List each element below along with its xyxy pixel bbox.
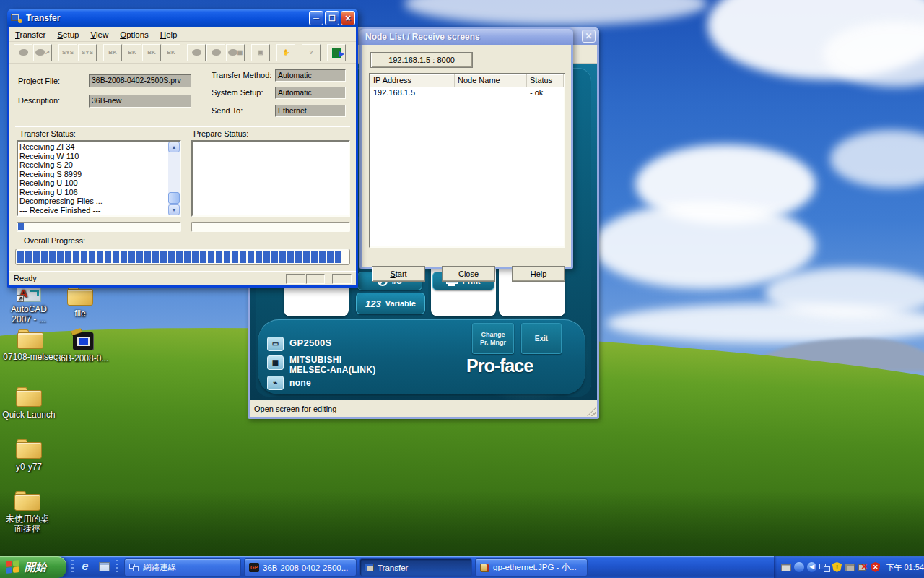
toolbar-grip[interactable] bbox=[71, 560, 74, 574]
maximize-button[interactable]: ☐ bbox=[325, 11, 339, 25]
scroll-thumb[interactable] bbox=[168, 192, 180, 204]
folder-icon bbox=[14, 491, 40, 512]
cloud bbox=[404, 0, 707, 25]
network-status-icon[interactable] bbox=[819, 564, 829, 572]
cell-status: - ok bbox=[527, 87, 564, 98]
desktop-icon-36b-project[interactable]: 36B-2008-0... bbox=[51, 329, 113, 363]
desktop-icon-label: y0-y77 bbox=[0, 462, 60, 472]
display-tray-icon[interactable] bbox=[845, 564, 855, 571]
extra-value: none bbox=[289, 378, 311, 388]
taskbar-button-transfer[interactable]: Transfer bbox=[359, 558, 472, 577]
windows-flag-icon bbox=[6, 560, 20, 574]
close-button[interactable]: Close bbox=[442, 266, 495, 282]
status-line: Decompressing Files ... bbox=[19, 197, 167, 206]
stop-icon[interactable]: ✋ bbox=[276, 44, 295, 61]
card-transfer-icon[interactable]: ▦ bbox=[226, 44, 245, 61]
help-button[interactable]: Help bbox=[512, 266, 565, 282]
close-button[interactable]: ✕ bbox=[341, 11, 355, 25]
backup-send-icon[interactable]: BK bbox=[123, 44, 141, 61]
status-line: Receiving ZI 34 bbox=[19, 142, 167, 152]
desktop-icon-label: 未使用的桌 面捷徑 bbox=[0, 514, 58, 534]
statusbar-pane bbox=[332, 274, 352, 284]
variable-button[interactable]: 123 Variable bbox=[356, 293, 425, 314]
security-warning-icon[interactable]: ! bbox=[832, 562, 842, 572]
menu-options[interactable]: Options bbox=[114, 29, 154, 40]
autocad-icon: A↗ bbox=[17, 286, 41, 302]
transfer-progress-bar bbox=[17, 222, 181, 232]
dialog-titlebar[interactable]: Node List / Receive screens bbox=[359, 29, 573, 45]
dialog-body: 192.168.1.5 : 8000 IP Address Node Name … bbox=[362, 46, 571, 267]
menu-transfer[interactable]: Transfer bbox=[9, 29, 51, 40]
scroll-up-icon[interactable]: ▲ bbox=[168, 142, 180, 152]
system-setup-field: Automatic bbox=[275, 87, 346, 99]
download-icon[interactable] bbox=[206, 44, 225, 61]
receive-system-icon[interactable]: SYS bbox=[78, 44, 97, 61]
desktop-icon-label: 36B-2008-0... bbox=[51, 353, 113, 363]
prepare-status-listbox[interactable] bbox=[191, 140, 350, 217]
exit-icon[interactable] bbox=[327, 44, 346, 61]
backup-card-icon[interactable]: BK bbox=[162, 44, 180, 61]
send-to-field: Ethernet bbox=[275, 105, 346, 117]
desktop-icon-file[interactable]: file bbox=[49, 286, 111, 319]
gp-app-icon: GP bbox=[249, 563, 259, 572]
menu-setup[interactable]: Setup bbox=[51, 29, 84, 40]
backup-receive-icon[interactable]: BK bbox=[142, 44, 161, 61]
plc-device-icon: ▦ bbox=[267, 355, 284, 370]
project-file-field: 36B-2008-0402-2500S.prv bbox=[89, 74, 191, 87]
scroll-down-icon[interactable]: ▼ bbox=[168, 204, 180, 215]
overall-progress-label: Overall Progress: bbox=[24, 236, 85, 245]
resize-grip[interactable] bbox=[587, 407, 596, 416]
proface-statusbar: Open screen for editing bbox=[250, 402, 597, 417]
taskbar-button-network[interactable]: 網路連線 bbox=[124, 558, 241, 577]
start-label: 開始 bbox=[25, 561, 46, 574]
column-header-ip[interactable]: IP Address bbox=[370, 74, 455, 87]
setup-icon[interactable]: ▣ bbox=[251, 44, 270, 61]
minimize-button[interactable]: ─ bbox=[309, 11, 323, 25]
taskbar-button-36b-project[interactable]: GP 36B-2008-0402-2500... bbox=[244, 558, 357, 577]
start-button[interactable]: 開始 bbox=[0, 556, 66, 578]
desktop-icon-label: Quick Launch bbox=[0, 410, 60, 420]
close-icon[interactable]: ✕ bbox=[582, 30, 596, 43]
toolbar-grip[interactable] bbox=[116, 560, 118, 574]
menu-view[interactable]: View bbox=[84, 29, 114, 40]
plc-line1: MITSUBISHI bbox=[289, 355, 341, 365]
menu-help[interactable]: Help bbox=[154, 29, 183, 40]
status-line: Receiving S 20 bbox=[19, 160, 167, 170]
column-header-node-name[interactable]: Node Name bbox=[455, 74, 527, 87]
table-row[interactable]: 192.168.1.5 - ok bbox=[370, 87, 564, 98]
security-alert-icon[interactable]: ✕ bbox=[871, 562, 880, 572]
keyboard-layout-icon[interactable] bbox=[781, 564, 791, 571]
exit-button[interactable]: Exit bbox=[521, 323, 562, 354]
toolbar: ↗ SYS SYS BK BK BK BK ▦ ▣ ✋ ? bbox=[9, 42, 356, 64]
help-icon[interactable]: ? bbox=[302, 44, 321, 61]
taskbar-button-label: 網路連線 bbox=[143, 562, 176, 573]
column-header-status[interactable]: Status bbox=[527, 74, 564, 87]
internet-explorer-icon[interactable]: e bbox=[78, 560, 92, 574]
display-unit-icon: ▭ bbox=[267, 337, 284, 351]
send-screens-icon[interactable] bbox=[14, 44, 32, 61]
taskbar-button-label: 36B-2008-0402-2500... bbox=[263, 564, 348, 572]
node-list-table[interactable]: IP Address Node Name Status 192.168.1.5 … bbox=[369, 73, 565, 248]
scrollbar[interactable]: ▲ ▼ bbox=[168, 142, 180, 215]
transfer-status-listbox[interactable]: Receiving ZI 34 Receiving W 110 Receivin… bbox=[17, 140, 181, 217]
wireless-disconnected-icon[interactable]: ✕ bbox=[858, 563, 868, 572]
network-connections-icon bbox=[129, 564, 139, 572]
change-pr-mngr-button[interactable]: Change Pr. Mngr bbox=[472, 323, 514, 354]
folder-icon bbox=[16, 439, 42, 460]
transfer-titlebar[interactable]: Transfer ─ ☐ ✕ bbox=[7, 9, 358, 27]
upload-icon[interactable] bbox=[187, 44, 206, 61]
show-desktop-icon[interactable] bbox=[97, 560, 111, 574]
backup-icon[interactable]: BK bbox=[103, 44, 122, 61]
taskbar-button-image-viewer[interactable]: gp-ethernet.JPG - 小... bbox=[475, 558, 588, 577]
desktop-icon-quick-launch[interactable]: Quick Launch bbox=[0, 387, 60, 420]
folder-icon bbox=[16, 387, 42, 407]
send-system-icon[interactable]: SYS bbox=[58, 44, 77, 61]
hide-icons-chevron-icon[interactable]: ◀ bbox=[807, 562, 816, 572]
statusbar-text: Ready bbox=[14, 274, 37, 282]
desktop-icon-unused-shortcuts[interactable]: 未使用的桌 面捷徑 bbox=[0, 491, 58, 534]
receive-screens-icon[interactable]: ↗ bbox=[33, 44, 52, 61]
ip-address-button[interactable]: 192.168.1.5 : 8000 bbox=[370, 52, 473, 68]
desktop-icon-y0-y77[interactable]: y0-y77 bbox=[0, 439, 60, 472]
start-button[interactable]: Start bbox=[372, 266, 425, 282]
description-label: Description: bbox=[18, 96, 60, 105]
